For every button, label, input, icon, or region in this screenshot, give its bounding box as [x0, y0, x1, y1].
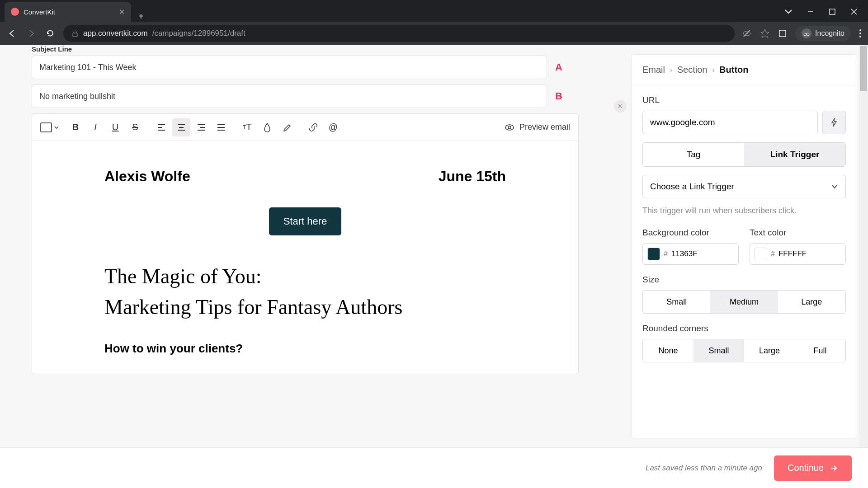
kebab-menu-icon[interactable] [859, 29, 862, 38]
extensions-icon[interactable] [778, 29, 787, 38]
corner-none[interactable]: None [643, 339, 693, 362]
preview-label: Preview email [519, 122, 570, 132]
corners-segment: None Small Large Full [642, 339, 846, 362]
url-action-button[interactable] [822, 111, 846, 134]
reload-button[interactable] [44, 28, 56, 39]
align-justify-button[interactable] [212, 118, 230, 136]
heading-line-1[interactable]: The Magic of You: [104, 263, 506, 291]
eye-off-icon[interactable] [742, 28, 752, 38]
link-trigger-select[interactable]: Choose a Link Trigger [642, 175, 846, 198]
svg-point-25 [508, 126, 511, 129]
last-saved: Last saved less than a minute ago [646, 464, 762, 473]
corners-label: Rounded corners [642, 324, 846, 333]
email-canvas[interactable]: Alexis Wolfe June 15th Start here The Ma… [32, 141, 578, 374]
heading-line-2[interactable]: Marketing Tips for Fantasy Authors [104, 295, 506, 319]
address-bar: app.convertkit.com/campaigns/12896951/dr… [0, 22, 868, 45]
editor-toolbar: B I U S TT @ [32, 114, 578, 141]
italic-button[interactable]: I [86, 118, 104, 136]
lightning-icon [829, 117, 839, 127]
continue-label: Continue [788, 463, 824, 473]
tab-search-icon[interactable] [785, 9, 792, 14]
crumb-button[interactable]: Button [719, 65, 748, 75]
properties-sidebar: Email › Section › Button URL Tag Link Tr… [631, 54, 857, 438]
email-date: June 15th [439, 168, 506, 185]
select-value: Choose a Link Trigger [650, 182, 734, 192]
bg-color-input[interactable]: # 11363F [642, 243, 739, 265]
size-medium[interactable]: Medium [710, 291, 778, 313]
size-large[interactable]: Large [778, 291, 845, 313]
tab-link-trigger[interactable]: Link Trigger [744, 143, 845, 166]
incognito-icon [802, 28, 811, 38]
align-left-button[interactable] [152, 118, 170, 136]
url-host: app.convertkit.com [83, 29, 148, 38]
continue-button[interactable]: Continue [774, 455, 852, 481]
page-footer: Last saved less than a minute ago Contin… [0, 447, 868, 488]
svg-point-8 [807, 33, 809, 36]
browser-titlebar: ConvertKit ✕ + [0, 0, 868, 22]
eye-icon [504, 122, 515, 133]
author-name: Alexis Wolfe [104, 168, 190, 185]
text-color-input[interactable]: # FFFFFF [750, 243, 846, 265]
maximize-icon[interactable] [829, 9, 835, 15]
incognito-badge[interactable]: Incognito [795, 26, 851, 41]
crumb-email[interactable]: Email [642, 65, 665, 75]
main-column: Subject Line A B ✕ B I U [0, 45, 631, 447]
page: Subject Line A B ✕ B I U [0, 45, 868, 488]
crumb-section[interactable]: Section [677, 65, 708, 75]
page-scrollbar[interactable] [859, 45, 868, 447]
preview-email-button[interactable]: Preview email [504, 122, 570, 133]
breadcrumb: Email › Section › Button [632, 55, 857, 85]
highlight-button[interactable] [278, 118, 296, 136]
block-type-dropdown[interactable] [40, 118, 58, 136]
corner-large[interactable]: Large [744, 339, 795, 362]
browser-tab[interactable]: ConvertKit ✕ [5, 2, 131, 22]
back-button[interactable] [6, 28, 18, 39]
mention-button[interactable]: @ [324, 118, 342, 136]
size-label: Size [642, 275, 846, 285]
text-color-button[interactable] [258, 118, 276, 136]
url-label: URL [642, 95, 846, 105]
bookmark-star-icon[interactable] [760, 28, 770, 38]
font-size-button[interactable]: TT [238, 118, 256, 136]
trigger-type-segment: Tag Link Trigger [642, 142, 846, 167]
svg-point-10 [859, 33, 861, 34]
chevron-down-icon [831, 183, 838, 190]
svg-point-11 [859, 36, 861, 38]
corner-full[interactable]: Full [795, 339, 845, 362]
url-field[interactable]: app.convertkit.com/campaigns/12896951/dr… [63, 25, 735, 42]
close-tab-icon[interactable]: ✕ [119, 8, 125, 16]
size-small[interactable]: Small [643, 291, 710, 313]
subheading[interactable]: How to win your clients? [104, 342, 506, 356]
svg-rect-1 [830, 9, 835, 14]
ab-label-b: B [555, 90, 568, 102]
tab-title: ConvertKit [24, 8, 55, 16]
bold-button[interactable]: B [66, 118, 85, 136]
underline-button[interactable]: U [106, 118, 124, 136]
size-segment: Small Medium Large [642, 290, 846, 314]
new-tab-button[interactable]: + [131, 11, 151, 22]
incognito-label: Incognito [815, 29, 844, 38]
strikethrough-button[interactable]: S [126, 118, 144, 136]
url-input[interactable] [642, 111, 818, 134]
align-right-button[interactable] [192, 118, 210, 136]
lock-icon [71, 30, 79, 37]
cta-button[interactable]: Start here [269, 207, 342, 235]
tab-tag[interactable]: Tag [643, 143, 744, 166]
align-center-button[interactable] [172, 118, 190, 136]
minimize-icon[interactable] [807, 9, 814, 15]
email-editor: B I U S TT @ [32, 113, 579, 374]
text-color-label: Text color [750, 228, 846, 238]
chevron-right-icon: › [670, 65, 673, 75]
subject-input-a[interactable] [32, 56, 547, 79]
remove-variant-button[interactable]: ✕ [614, 100, 627, 113]
subject-label: Subject Line [32, 45, 622, 53]
forward-button[interactable] [25, 28, 37, 39]
ab-label-a: A [555, 61, 568, 73]
svg-point-9 [859, 29, 861, 31]
corner-small[interactable]: Small [693, 339, 744, 362]
favicon-icon [11, 8, 19, 16]
close-window-icon[interactable] [851, 9, 857, 15]
subject-input-b[interactable] [32, 84, 547, 108]
link-button[interactable] [304, 118, 322, 136]
svg-point-24 [505, 125, 514, 130]
